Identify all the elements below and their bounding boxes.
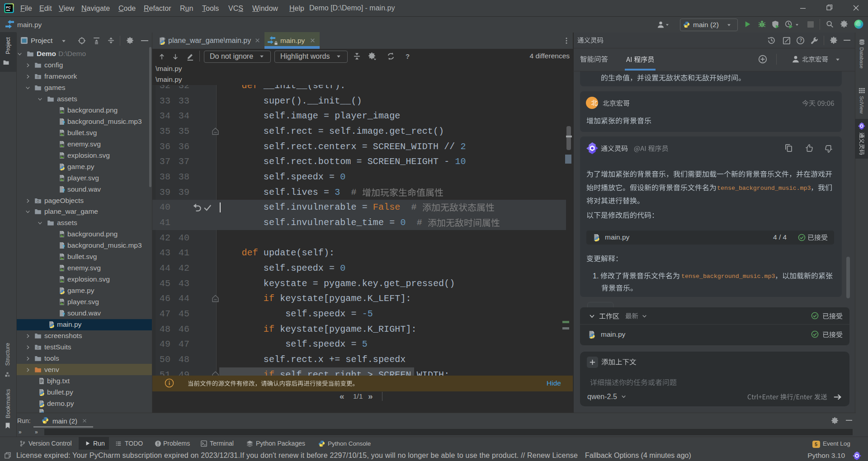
svg-text:PC: PC (6, 5, 11, 9)
